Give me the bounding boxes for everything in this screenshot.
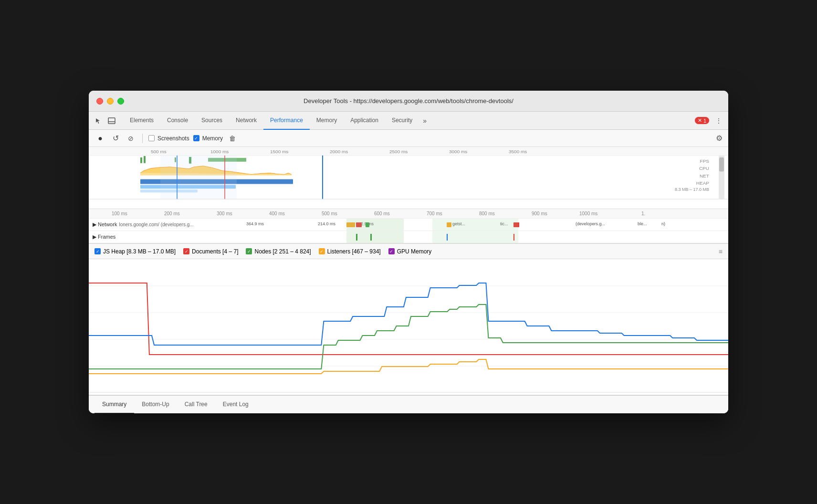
svg-text:8.3 MB – 17.0 MB: 8.3 MB – 17.0 MB: [675, 187, 709, 192]
gpu-memory-label: GPU Memory: [397, 248, 432, 255]
memory-label: Memory: [202, 135, 223, 142]
listeners-label: Listeners [467 – 934]: [327, 248, 381, 255]
network-timeline-svg: getst... tic... (developers.g... ble... …: [89, 219, 709, 231]
time-ruler-bottom: 100 ms 200 ms 300 ms 400 ms 500 ms 600 m…: [89, 209, 728, 219]
nodes-checkbox[interactable]: ✓: [246, 248, 252, 254]
dock-icon[interactable]: [106, 115, 117, 126]
tab-summary[interactable]: Summary: [94, 396, 134, 414]
svg-rect-49: [346, 219, 404, 231]
svg-rect-56: [356, 234, 357, 241]
svg-text:300 ms: 300 ms: [217, 211, 232, 216]
toolbar-separator-1: [142, 134, 143, 143]
error-badge: ✕ 1: [695, 117, 709, 124]
legend-menu-button[interactable]: ≡: [719, 248, 723, 255]
clear-button[interactable]: ⊘: [125, 133, 136, 144]
documents-checkbox[interactable]: ✓: [183, 248, 189, 254]
svg-text:2000 ms: 2000 ms: [330, 149, 348, 154]
maximize-button[interactable]: [117, 98, 124, 105]
screenshots-checkbox[interactable]: [148, 135, 155, 141]
svg-rect-30: [719, 158, 724, 172]
tab-call-tree[interactable]: Call Tree: [177, 396, 215, 414]
svg-text:900 ms: 900 ms: [532, 211, 547, 216]
svg-text:400 ms: 400 ms: [269, 211, 285, 216]
more-menu-button[interactable]: ⋮: [713, 115, 724, 126]
more-tabs-button[interactable]: »: [419, 117, 430, 125]
svg-text:500 ms: 500 ms: [322, 211, 337, 216]
svg-text:1500 ms: 1500 ms: [270, 149, 288, 154]
svg-text:3500 ms: 3500 ms: [509, 149, 527, 154]
tab-network[interactable]: Network: [229, 112, 263, 130]
memory-chart-svg: [89, 259, 728, 393]
svg-text:600 ms: 600 ms: [374, 211, 390, 216]
record-button[interactable]: ●: [94, 133, 106, 144]
devtools-body: Elements Console Sources Network Perform…: [89, 112, 728, 413]
tab-bar-right: ✕ 1 ⋮: [695, 115, 724, 126]
svg-text:ble...: ble...: [638, 221, 647, 226]
time-ruler-bottom-svg: 100 ms 200 ms 300 ms 400 ms 500 ms 600 m…: [93, 209, 713, 219]
reload-record-button[interactable]: ↺: [110, 133, 121, 144]
svg-rect-0: [108, 118, 115, 124]
bottom-tabs: Summary Bottom-Up Call Tree Event Log: [89, 395, 728, 413]
memory-legend: ✓ JS Heap [8.3 MB – 17.0 MB] ✓ Documents…: [89, 244, 728, 259]
svg-text:1000 ms: 1000 ms: [579, 211, 597, 216]
legend-listeners: ✓ Listeners [467 – 934]: [319, 248, 381, 255]
tab-sources[interactable]: Sources: [195, 112, 229, 130]
svg-text:2500 ms: 2500 ms: [389, 149, 408, 154]
svg-text:(developers.g...: (developers.g...: [576, 221, 605, 226]
svg-text:1.: 1.: [641, 211, 645, 216]
tab-application[interactable]: Application: [344, 112, 385, 130]
screenshots-toggle[interactable]: Screenshots: [148, 135, 189, 142]
delete-button[interactable]: 🗑: [227, 133, 238, 144]
tab-event-log[interactable]: Event Log: [215, 396, 256, 414]
minimize-button[interactable]: [107, 98, 114, 105]
tab-memory[interactable]: Memory: [310, 112, 344, 130]
listeners-checkbox[interactable]: ✓: [319, 248, 325, 254]
timeline-overview: 500 ms 1000 ms 1500 ms 2000 ms 2500 ms 3…: [89, 147, 728, 209]
error-icon: ✕: [698, 117, 702, 124]
memory-toggle[interactable]: ✓ Memory: [193, 135, 223, 142]
svg-rect-59: [513, 234, 514, 241]
devtools-window: Developer Tools - https://developers.goo…: [89, 91, 728, 413]
svg-text:n): n): [661, 221, 665, 226]
cursor-icon[interactable]: [93, 115, 104, 126]
svg-text:100 ms: 100 ms: [112, 211, 127, 216]
legend-gpu-memory: ✓ GPU Memory: [388, 248, 432, 255]
svg-text:NET: NET: [700, 174, 709, 179]
svg-rect-16: [140, 158, 142, 163]
gpu-memory-checkbox[interactable]: ✓: [388, 248, 395, 254]
tab-bar-icons: [93, 115, 117, 126]
error-count: 1: [703, 118, 706, 124]
tab-console[interactable]: Console: [160, 112, 195, 130]
legend-js-heap: ✓ JS Heap [8.3 MB – 17.0 MB]: [94, 248, 176, 255]
settings-button[interactable]: ⚙: [716, 134, 723, 143]
js-heap-label: JS Heap [8.3 MB – 17.0 MB]: [103, 248, 176, 255]
svg-rect-50: [432, 219, 518, 231]
frames-svg: [89, 231, 709, 243]
tab-bottom-up[interactable]: Bottom-Up: [134, 396, 177, 414]
close-button[interactable]: [96, 98, 103, 105]
tab-elements[interactable]: Elements: [123, 112, 160, 130]
js-heap-checkbox[interactable]: ✓: [94, 248, 101, 254]
documents-label: Documents [4 – 7]: [192, 248, 238, 255]
svg-text:HEAP: HEAP: [696, 180, 710, 186]
svg-text:1000 ms: 1000 ms: [210, 149, 229, 154]
svg-rect-2: [89, 147, 728, 156]
network-row: ▶ Network loners.google.com/ (developers…: [89, 219, 728, 231]
toolbar: ● ↺ ⊘ Screenshots ✓ Memory 🗑 ⚙: [89, 130, 728, 147]
legend-nodes: ✓ Nodes [2 251 – 4 824]: [246, 248, 311, 255]
timeline-svg: 500 ms 1000 ms 1500 ms 2000 ms 2500 ms 3…: [89, 147, 728, 209]
svg-rect-54: [346, 231, 404, 243]
nodes-label: Nodes [2 251 – 4 824]: [254, 248, 311, 255]
window-title: Developer Tools - https://developers.goo…: [96, 97, 721, 105]
screenshots-label: Screenshots: [157, 135, 189, 142]
legend-documents: ✓ Documents [4 – 7]: [183, 248, 238, 255]
tab-performance[interactable]: Performance: [263, 112, 310, 130]
tab-bar: Elements Console Sources Network Perform…: [89, 112, 728, 130]
tab-security[interactable]: Security: [385, 112, 419, 130]
svg-rect-27: [160, 156, 237, 199]
frames-row: ▶ Frames: [89, 231, 728, 243]
svg-text:3000 ms: 3000 ms: [449, 149, 467, 154]
svg-text:200 ms: 200 ms: [164, 211, 180, 216]
memory-checkbox[interactable]: ✓: [193, 135, 199, 141]
svg-text:CPU: CPU: [699, 166, 709, 171]
